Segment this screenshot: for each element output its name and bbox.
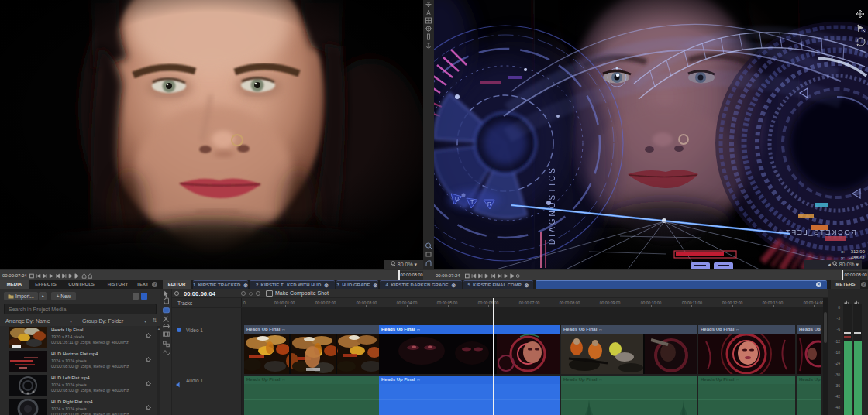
svg-text:R: R [487,201,491,207]
svg-text:x:: x: [841,249,845,254]
svg-text:T: T [470,199,474,204]
svg-text:ROCKETS_LEFT: ROCKETS_LEFT [785,228,856,236]
svg-text:U: U [455,196,459,201]
svg-text:DIAGNOSTICS: DIAGNOSTICS [548,166,556,245]
svg-text:-312.99: -312.99 [849,249,866,254]
